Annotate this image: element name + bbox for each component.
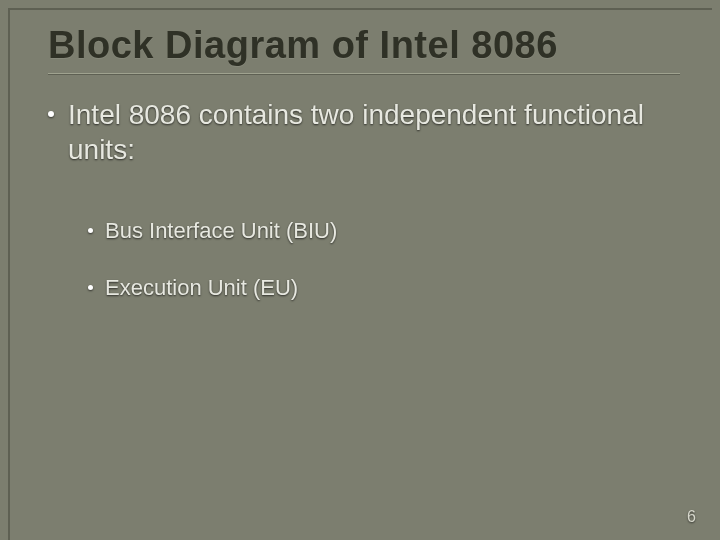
page-number: 6 — [687, 508, 696, 526]
bullet-dot-icon — [88, 228, 93, 233]
sub-bullet: Execution Unit (EU) — [88, 274, 680, 303]
main-bullet-text: Intel 8086 contains two independent func… — [68, 97, 680, 167]
slide-content: Block Diagram of Intel 8086 Intel 8086 c… — [0, 0, 720, 540]
sub-bullet-list: Bus Interface Unit (BIU) Execution Unit … — [48, 217, 680, 302]
bullet-dot-icon — [48, 111, 54, 117]
sub-bullet: Bus Interface Unit (BIU) — [88, 217, 680, 246]
title-underline — [48, 73, 680, 75]
main-bullet: Intel 8086 contains two independent func… — [48, 97, 680, 167]
slide-title: Block Diagram of Intel 8086 — [48, 24, 680, 67]
sub-bullet-text: Execution Unit (EU) — [105, 274, 298, 303]
sub-bullet-text: Bus Interface Unit (BIU) — [105, 217, 337, 246]
bullet-dot-icon — [88, 285, 93, 290]
